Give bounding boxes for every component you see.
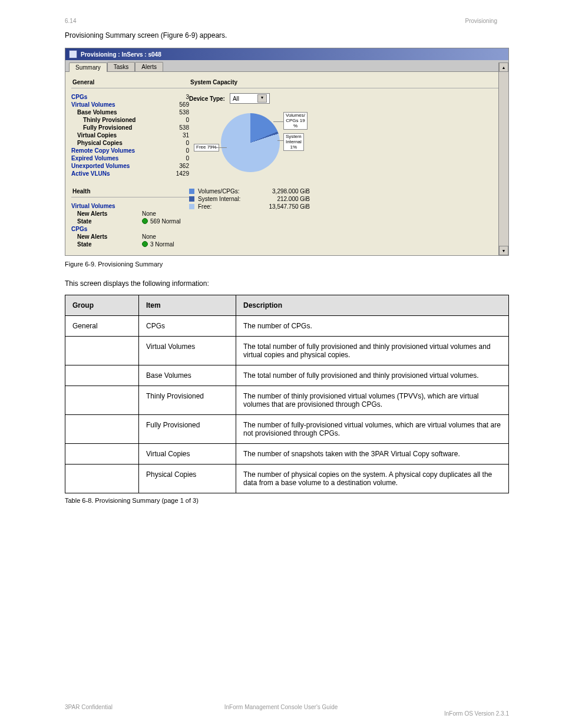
page-footer: 3PAR Confidential InForm Management Cons…: [0, 704, 562, 710]
legend-label: Volumes/CPGs:: [198, 188, 263, 195]
stat-value: 0: [168, 155, 189, 162]
device-type-select[interactable]: All ▾: [230, 93, 270, 104]
stat-label-virtual-volumes[interactable]: Virtual Volumes: [71, 101, 115, 108]
capacity-pie-chart: [221, 113, 280, 172]
cell-group: [65, 386, 139, 415]
cell-group: General: [65, 316, 139, 337]
device-type-value: All: [233, 95, 239, 102]
cell-desc: The total number of fully provisioned an…: [236, 337, 509, 365]
scroll-up-icon[interactable]: ▲: [499, 62, 508, 72]
capacity-section-title: System Capacity: [189, 77, 503, 88]
stat-value: 362: [168, 163, 189, 169]
health-vv-state-label: State: [71, 218, 142, 225]
scroll-down-icon[interactable]: ▼: [499, 246, 508, 255]
stat-value: 31: [168, 132, 189, 139]
health-vv-link[interactable]: Virtual Volumes: [71, 203, 136, 209]
window-icon: [69, 50, 77, 58]
stat-value: 538: [168, 124, 189, 131]
stat-label-physical-copies: Physical Copies: [71, 140, 123, 146]
health-vv-alerts-value: None: [142, 210, 156, 217]
tab-alerts[interactable]: Alerts: [135, 62, 163, 71]
stat-value: 3: [168, 94, 189, 100]
cell-desc: The number of physical copies on the sys…: [236, 465, 509, 493]
legend-value: 212.000 GiB: [263, 196, 310, 202]
stat-label-active-vluns[interactable]: Active VLUNs: [71, 170, 110, 177]
health-cpg-state-dot: [142, 241, 148, 247]
cell-group: [65, 444, 139, 465]
health-cpg-alerts-value: None: [142, 233, 156, 240]
intro-text: Provisioning Summary screen (Figure 6-9)…: [65, 30, 509, 41]
health-vv-state-value: 569 Normal: [150, 218, 181, 225]
table-row: Fully ProvisionedThe number of fully-pro…: [65, 415, 509, 444]
page-num-top: 6.14: [65, 18, 76, 24]
scrollbar[interactable]: ▲ ▼: [498, 62, 508, 255]
cell-desc: The number of snapshots taken with the 3…: [236, 444, 509, 465]
stat-value: 569: [168, 101, 189, 108]
capacity-legend: Volumes/CPGs:3,298.000 GiBSystem Interna…: [189, 187, 503, 210]
table-row: Physical CopiesThe number of physical co…: [65, 465, 509, 493]
tab-summary[interactable]: Summary: [69, 62, 107, 72]
stat-label-fully-provisioned: Fully Provisioned: [71, 124, 132, 131]
dropdown-arrow-icon: ▾: [257, 94, 267, 103]
figure-caption: Figure 6-9. Provisioning Summary: [65, 261, 509, 268]
stat-label-expired-volumes[interactable]: Expired Volumes: [71, 155, 118, 162]
table-row: Virtual VolumesThe total number of fully…: [65, 337, 509, 365]
cell-item: Base Volumes: [139, 365, 236, 386]
general-stats-list: CPGs3Virtual Volumes569Base Volumes538Th…: [71, 93, 189, 177]
cell-group: [65, 465, 139, 493]
health-cpg-link[interactable]: CPGs: [71, 226, 136, 232]
cell-desc: The number of fully-provisioned virtual …: [236, 415, 509, 444]
legend-row: Volumes/CPGs:3,298.000 GiB: [189, 187, 503, 195]
device-type-label: Device Type:: [189, 95, 225, 102]
stat-value: 0: [168, 140, 189, 146]
callout-volumes: Volumes/ CPGs 19 %: [283, 112, 308, 130]
legend-swatch: [189, 204, 194, 209]
legend-row: System Internal:212.000 GiB: [189, 195, 503, 203]
stat-label-unexported-volumes[interactable]: Unexported Volumes: [71, 163, 130, 169]
stat-label-remote-copy-volumes[interactable]: Remote Copy Volumes: [71, 147, 135, 154]
cell-item: Virtual Volumes: [139, 337, 236, 365]
footer-left: 3PAR Confidential: [65, 704, 113, 710]
legend-value: 13,547.750 GiB: [263, 203, 310, 210]
cell-group: [65, 415, 139, 444]
stat-value: 1429: [168, 170, 189, 177]
cell-item: Fully Provisioned: [139, 415, 236, 444]
legend-swatch: [189, 189, 194, 194]
cell-desc: The number of thinly provisioned virtual…: [236, 386, 509, 415]
pie-chart-area: Free 79% Volumes/ CPGs 19 % System Inter…: [189, 107, 503, 184]
stat-value: 538: [168, 109, 189, 116]
legend-label: Free:: [198, 203, 263, 210]
stat-label-cpgs[interactable]: CPGs: [71, 94, 87, 100]
table-row: GeneralCPGsThe number of CPGs.: [65, 316, 509, 337]
th-group: Group: [65, 295, 139, 316]
health-cpg-state-value: 3 Normal: [150, 241, 174, 248]
provisioning-summary-table: Group Item Description GeneralCPGsThe nu…: [65, 295, 509, 493]
stat-label-base-volumes: Base Volumes: [71, 109, 117, 116]
general-section-title: General: [71, 77, 189, 88]
window-title: Provisioning : InServs : s048: [81, 51, 161, 58]
cell-desc: The total number of fully provisioned an…: [236, 365, 509, 386]
table-row: Virtual CopiesThe number of snapshots ta…: [65, 444, 509, 465]
health-cpg-state-label: State: [71, 241, 142, 248]
cell-item: CPGs: [139, 316, 236, 337]
health-vv-alerts-label: New Alerts: [71, 210, 142, 217]
stat-label-virtual-copies: Virtual Copies: [71, 132, 117, 139]
health-vv-state-dot: [142, 218, 148, 224]
cell-group: [65, 337, 139, 365]
cell-desc: The number of CPGs.: [236, 316, 509, 337]
tab-tasks[interactable]: Tasks: [107, 62, 135, 71]
cell-group: [65, 365, 139, 386]
th-item: Item: [139, 295, 236, 316]
health-cpg-alerts-label: New Alerts: [71, 233, 142, 240]
table-row: Base VolumesThe total number of fully pr…: [65, 365, 509, 386]
table-intro-text: This screen displays the following infor…: [65, 278, 509, 289]
legend-value: 3,298.000 GiB: [263, 188, 310, 195]
table-row: Thinly ProvisionedThe number of thinly p…: [65, 386, 509, 415]
tabs-bar: Summary Tasks Alerts: [65, 60, 508, 72]
callout-system: System Internal 1%: [283, 133, 304, 151]
legend-label: System Internal:: [198, 196, 263, 202]
cell-item: Thinly Provisioned: [139, 386, 236, 415]
legend-row: Free:13,547.750 GiB: [189, 203, 503, 210]
screenshot-window: Provisioning : InServs : s048 Summary Ta…: [65, 48, 509, 256]
stat-label-thinly-provisioned: Thinly Provisioned: [71, 117, 135, 123]
